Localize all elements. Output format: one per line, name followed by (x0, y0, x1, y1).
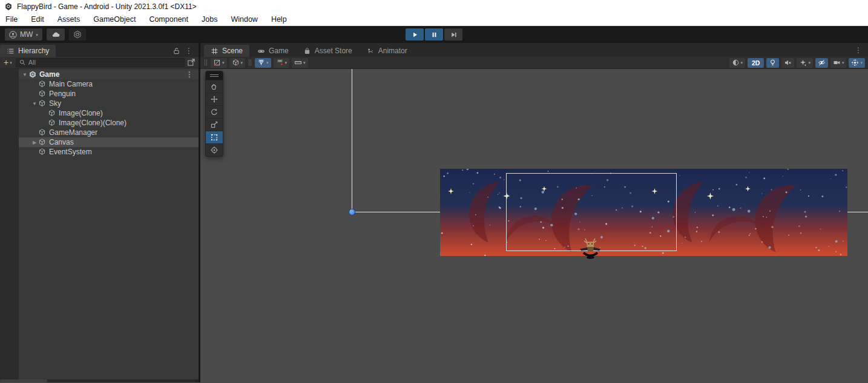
tree-item-canvas[interactable]: ▶Canvas (19, 137, 199, 147)
scene-view-panel: ▾▾▾▾▾▾2D▾▾▾ (200, 57, 868, 382)
menu-gameobject[interactable]: GameObject (87, 14, 142, 25)
transform-tool[interactable] (206, 143, 223, 156)
chevron-down-icon[interactable]: ▾ (808, 61, 810, 65)
tab-hierarchy[interactable]: Hierarchy (0, 45, 56, 57)
effects-icon (799, 59, 807, 67)
rotate-tool[interactable] (206, 105, 223, 118)
hidden-objects-toggle[interactable] (815, 58, 828, 68)
tree-item-gamemanager[interactable]: GameManager (19, 128, 199, 137)
tab-asset-store[interactable]: Asset Store (297, 45, 359, 57)
tab-animator[interactable]: Animator (360, 45, 414, 57)
tree-item-image-clone-clone-[interactable]: Image(Clone)(Clone) (19, 118, 199, 128)
scene-viewport[interactable] (200, 69, 868, 382)
tree-item-sky[interactable]: ▼Sky (19, 99, 199, 108)
unity-logo-icon (4, 2, 13, 11)
tab-label: Asset Store (315, 47, 352, 55)
render-mode-button[interactable]: ▾ (729, 58, 746, 68)
2d-toggle[interactable]: 2D (748, 58, 764, 68)
tab-scene[interactable]: Scene (204, 45, 249, 57)
move-tool[interactable] (206, 93, 223, 105)
eye-slash-icon (818, 59, 826, 67)
expand-arrow-icon[interactable]: ▶ (31, 140, 38, 145)
popout-icon[interactable] (187, 58, 196, 67)
gameobject-cube-icon (38, 99, 47, 108)
mode-2d-label: 2D (752, 59, 760, 67)
chevron-down-icon[interactable]: ▾ (241, 61, 243, 65)
create-object-button[interactable]: + ▾ (2, 57, 13, 67)
hierarchy-menu-icon[interactable]: ⋮ (185, 47, 192, 55)
scene-options-icon[interactable]: ⋮ (186, 70, 193, 79)
hierarchy-tree: ▼Game⋮Main CameraPenguin▼SkyImage(Clone)… (0, 68, 199, 382)
menu-help[interactable]: Help (265, 14, 294, 25)
scrollbar-corner (195, 379, 199, 382)
chevron-down-icon[interactable]: ▾ (266, 61, 269, 65)
tools-drag-handle[interactable] (206, 71, 223, 80)
snap-increment-button[interactable]: ▾ (292, 58, 308, 68)
scene-camera-button[interactable]: ▾ (830, 58, 847, 68)
menu-component[interactable]: Component (142, 14, 195, 25)
view-tool[interactable] (206, 80, 223, 93)
chevron-down-icon[interactable]: ▾ (860, 61, 863, 65)
workspace-tab-strip: SceneGameAsset StoreAnimator⋮ (200, 43, 868, 57)
tree-item-label: Penguin (49, 90, 76, 98)
tools-overlay (205, 71, 223, 157)
chevron-down-icon[interactable]: ▾ (741, 61, 743, 65)
scene-menu-icon[interactable]: ⋮ (855, 46, 862, 54)
grid-snap-icon (276, 59, 284, 67)
shading-mode-button[interactable]: ▾ (211, 58, 227, 68)
gizmos-button[interactable]: ▾ (849, 58, 865, 68)
tab-game[interactable]: Game (251, 45, 295, 57)
tree-item-game[interactable]: ▼Game⋮ (19, 70, 199, 79)
play-button[interactable] (406, 28, 424, 41)
tab-label: Game (269, 47, 289, 55)
menu-bar: FileEditAssetsGameObjectComponentJobsWin… (0, 13, 868, 26)
tree-item-eventsystem[interactable]: EventSystem (19, 147, 199, 157)
lock-icon[interactable] (173, 47, 180, 55)
tree-item-label: Image(Clone) (59, 109, 103, 117)
scrollbar-thumb[interactable] (0, 379, 47, 382)
tree-item-label: Image(Clone)(Clone) (59, 119, 127, 127)
scene-lighting-toggle[interactable] (766, 58, 779, 68)
effects-button[interactable]: ▾ (797, 58, 813, 68)
hierarchy-hscrollbar[interactable] (0, 379, 199, 382)
menu-jobs[interactable]: Jobs (195, 14, 224, 25)
cube-dot-icon (232, 59, 240, 67)
tab-label: Hierarchy (18, 47, 49, 55)
step-button[interactable] (444, 28, 462, 41)
collapse-arrow-icon[interactable]: ▼ (31, 101, 38, 106)
plastic-scm-button[interactable] (69, 28, 86, 41)
list-icon (7, 47, 15, 55)
scene-icon (28, 70, 37, 79)
grid-snap-button[interactable]: ▾ (274, 58, 290, 68)
scene-audio-toggle[interactable] (781, 58, 794, 68)
chevron-down-icon[interactable]: ▾ (303, 61, 306, 65)
pivot-handle[interactable] (349, 209, 355, 215)
tree-item-image-clone-[interactable]: Image(Clone) (19, 108, 199, 118)
menu-window[interactable]: Window (224, 14, 264, 25)
scale-tool[interactable] (206, 118, 223, 131)
menu-file[interactable]: File (0, 14, 24, 25)
tree-item-penguin[interactable]: Penguin (19, 89, 199, 99)
search-input[interactable] (28, 59, 182, 66)
cloud-button[interactable] (47, 28, 65, 41)
hierarchy-tab-strip: Hierarchy ⋮ (0, 43, 199, 57)
menu-edit[interactable]: Edit (24, 14, 51, 25)
chevron-down-icon[interactable]: ▾ (842, 61, 844, 65)
animator-icon (367, 47, 375, 55)
window-title: FlappyBird - Game - Android - Unity 2021… (17, 2, 197, 11)
camera-settings-button[interactable]: ▾ (229, 58, 246, 68)
bag-icon (303, 47, 311, 55)
collapse-arrow-icon[interactable]: ▼ (21, 72, 28, 77)
chevron-down-icon: ▾ (10, 61, 12, 65)
account-button[interactable]: MW ▾ (5, 28, 42, 41)
tree-item-main-camera[interactable]: Main Camera (19, 79, 199, 89)
chevron-down-icon[interactable]: ▾ (285, 61, 288, 65)
sky-background-sprite[interactable] (440, 168, 847, 257)
menu-assets[interactable]: Assets (51, 14, 87, 25)
chevron-down-icon[interactable]: ▾ (222, 61, 225, 65)
pause-button[interactable] (425, 28, 443, 41)
rect-tool[interactable] (206, 131, 223, 143)
gameobject-cube-icon (38, 148, 47, 156)
gameobject-cube-icon (38, 90, 47, 98)
grid-axis-button[interactable]: ▾ (255, 58, 271, 68)
